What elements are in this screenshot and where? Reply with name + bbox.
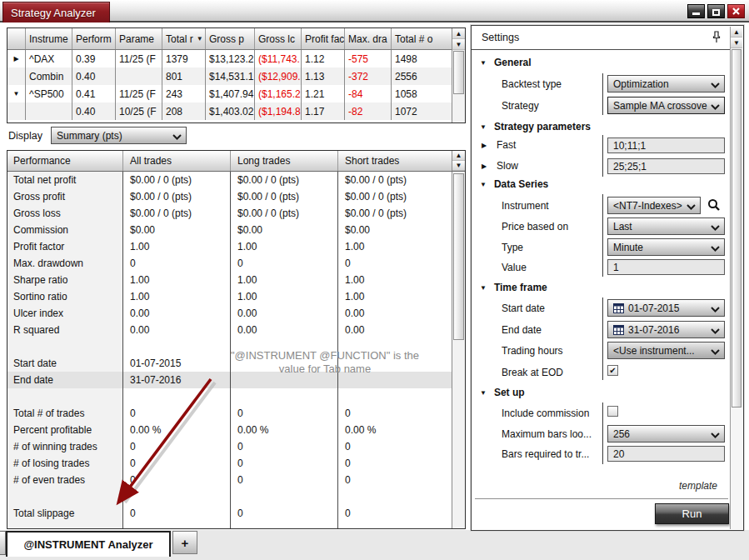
perf-row[interactable]: Sharpe ratio1.001.001.00: [7, 272, 465, 288]
column-header-instrument[interactable]: Instrume: [26, 28, 72, 49]
cell-max-drawdown: -84: [345, 85, 392, 102]
start-date-picker[interactable]: 01-07-2015: [607, 299, 725, 317]
collapse-triangle-icon: ▼: [480, 123, 487, 131]
perf-row[interactable]: Ulcer index0.000.000.00: [7, 305, 465, 322]
trading-hours-dropdown[interactable]: <Use instrument...: [607, 342, 725, 359]
annotation-line2: value for Tab name: [205, 362, 445, 376]
close-button[interactable]: [727, 4, 745, 18]
column-header-profit-factor[interactable]: Profit fac: [302, 28, 345, 49]
perf-short: 0: [337, 438, 465, 455]
template-link[interactable]: template: [679, 480, 717, 492]
maximize-button[interactable]: [707, 4, 725, 18]
cell-profit-factor: 1.21: [302, 85, 345, 102]
perf-row[interactable]: Max. drawdown000: [7, 255, 465, 272]
scroll-down-icon[interactable]: ▼: [731, 38, 742, 48]
scroll-down-icon[interactable]: ▼: [452, 161, 465, 171]
scroll-up-icon[interactable]: ▲: [452, 151, 465, 161]
perf-row[interactable]: # of losing trades000: [7, 455, 465, 472]
results-row-sp500-child[interactable]: 0.40 10/25 (F 208 $1,403.02 ($1,194.8 1.…: [7, 102, 465, 120]
break-at-eod-label: Break at EOD: [502, 367, 563, 378]
scrollbar-thumb[interactable]: [453, 173, 464, 340]
row-collapse-icon[interactable]: ▼: [13, 90, 20, 98]
perf-row[interactable]: R squared0.000.000.00: [7, 322, 465, 338]
section-data-series[interactable]: ▼ Data Series: [480, 178, 548, 190]
section-set-up[interactable]: ▼ Set up: [480, 387, 525, 398]
price-based-on-dropdown[interactable]: Last: [607, 218, 725, 235]
cell-total: 243: [162, 85, 206, 102]
column-header-long-trades: Long trades: [230, 151, 337, 171]
expand-icon[interactable]: ▶: [482, 142, 487, 149]
type-value: Minute: [613, 242, 643, 253]
fast-label: Fast: [497, 139, 516, 151]
perf-row[interactable]: # of winning trades000: [7, 438, 465, 455]
fast-input[interactable]: [607, 138, 725, 153]
value-input[interactable]: [607, 259, 725, 275]
perf-row[interactable]: Total slippage000: [7, 505, 465, 522]
add-tab-button[interactable]: +: [172, 531, 197, 554]
perf-row[interactable]: Percent profitable0.00 %0.00 %0.00 %: [7, 422, 465, 438]
expand-icon[interactable]: ▶: [482, 162, 487, 170]
scroll-down-icon[interactable]: ▼: [452, 39, 465, 50]
collapse-triangle-icon: ▼: [480, 389, 487, 397]
column-header-parameters[interactable]: Parame: [116, 28, 162, 49]
instrument-value: <NT7-Indexes>: [613, 200, 682, 212]
perf-short: $0.00 / 0 (pts): [337, 188, 465, 205]
section-general[interactable]: ▼ General: [480, 57, 532, 68]
scrollbar-thumb[interactable]: [453, 51, 464, 94]
minimize-button[interactable]: [687, 4, 705, 18]
column-header-total-sorted[interactable]: Total r▼: [162, 28, 206, 49]
start-date-label: Start date: [502, 302, 545, 314]
perf-row[interactable]: # of even trades000: [7, 472, 465, 488]
column-header-gross-profit[interactable]: Gross p: [206, 28, 255, 49]
tab-instrument-analyzer[interactable]: @INSTRUMENT Analyzer: [6, 531, 171, 557]
results-row-dax[interactable]: ▶ ^DAX 0.39 11/25 (F 1379 $13,123.2 ($11…: [7, 50, 465, 68]
settings-panel: Settings ▼ General Backtest type Optimiz…: [471, 25, 744, 531]
perf-long: 0: [230, 472, 337, 488]
performance-grid-scrollbar[interactable]: [452, 172, 465, 528]
settings-panel-title: Settings: [482, 32, 519, 43]
scroll-up-icon[interactable]: ▲: [731, 27, 742, 38]
section-strategy-parameters[interactable]: ▼ Strategy parameters: [480, 121, 591, 132]
row-expand-icon[interactable]: ▶: [13, 55, 18, 62]
bars-required-input[interactable]: [607, 446, 725, 462]
maximum-bars-dropdown[interactable]: 256: [607, 425, 725, 442]
cell-parameters: 11/25 (F: [116, 50, 162, 68]
column-header-max-drawdown[interactable]: Max. dra: [345, 28, 392, 49]
settings-scrollbar[interactable]: ▲ ▼: [730, 27, 742, 529]
optimization-results-grid: Instrume Perform Parame Total r▼ Gross p…: [7, 28, 466, 123]
strategy-dropdown[interactable]: Sample MA crossove: [607, 97, 725, 114]
type-dropdown[interactable]: Minute: [607, 238, 725, 256]
tab-partial[interactable]: [0, 531, 6, 555]
break-at-eod-checkbox[interactable]: ✔: [607, 365, 618, 376]
scrollbar-thumb[interactable]: [732, 49, 742, 408]
perf-row[interactable]: Total net profit$0.00 / 0 (pts)$0.00 / 0…: [7, 172, 465, 188]
perf-row[interactable]: Sortino ratio1.001.001.00: [7, 288, 465, 305]
perf-row[interactable]: Gross loss$0.00 / 0 (pts)$0.00 / 0 (pts)…: [7, 205, 465, 222]
scrollbar-track[interactable]: [452, 50, 465, 120]
column-header-performance[interactable]: Perform: [72, 28, 116, 49]
display-dropdown[interactable]: Summary (pts): [51, 127, 187, 144]
slow-input[interactable]: [607, 158, 725, 174]
results-row-sp500[interactable]: ▼ ^SP500 0.41 11/25 (F 243 $1,407.94 ($1…: [7, 85, 465, 102]
results-grid-scrollbar[interactable]: ▲ ▼: [452, 28, 465, 122]
perf-row[interactable]: Gross profit$0.00 / 0 (pts)$0.00 / 0 (pt…: [7, 188, 465, 205]
window-title-tab[interactable]: Strategy Analyzer: [2, 2, 110, 22]
pin-icon[interactable]: [712, 31, 722, 43]
results-row-combined[interactable]: Combin 0.40 801 $14,531.1 ($12,909. 1.13…: [7, 68, 465, 85]
backtest-type-dropdown[interactable]: Optimization: [607, 75, 725, 92]
scroll-up-icon[interactable]: ▲: [452, 28, 465, 39]
search-icon[interactable]: [707, 198, 721, 212]
run-button[interactable]: Run: [655, 503, 729, 524]
performance-scroll-arrows[interactable]: ▲ ▼: [452, 151, 465, 171]
perf-row[interactable]: Total # of trades000: [7, 405, 465, 422]
perf-row[interactable]: Commission$0.00$0.00$0.00: [7, 222, 465, 238]
include-commission-checkbox[interactable]: [607, 406, 618, 417]
scrollbar-track[interactable]: [731, 48, 742, 523]
instrument-dropdown[interactable]: <NT7-Indexes>: [607, 197, 701, 214]
perf-row[interactable]: Profit factor1.001.001.00: [7, 238, 465, 255]
cell-performance: 0.39: [72, 50, 116, 68]
column-header-gross-loss[interactable]: Gross lc: [255, 28, 302, 49]
end-date-picker[interactable]: 31-07-2016: [607, 321, 725, 338]
perf-long: 1.00: [230, 272, 337, 288]
section-time-frame[interactable]: ▼ Time frame: [480, 282, 547, 293]
